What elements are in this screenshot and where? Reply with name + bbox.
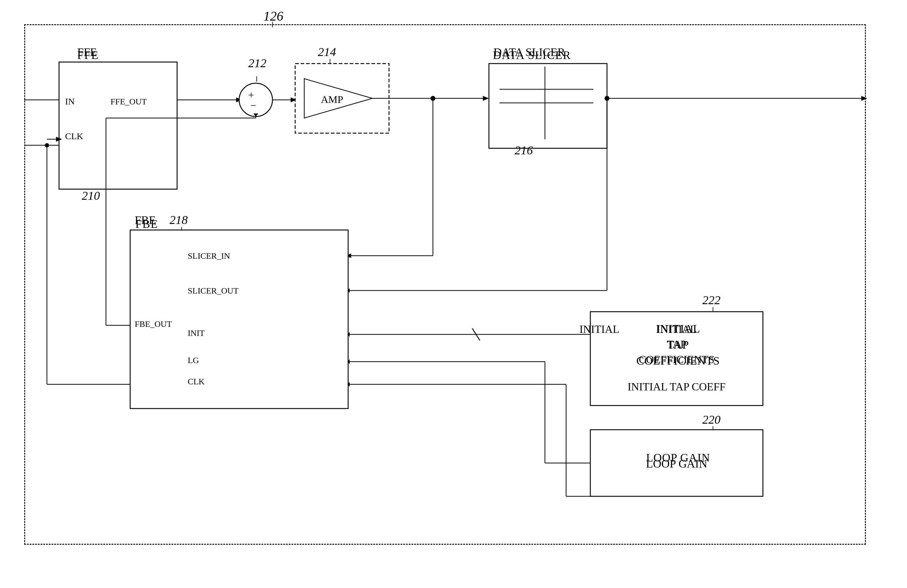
diagram-label-ffe: FFE <box>77 48 99 62</box>
diagram-label-data-slicer: DATA SLICER <box>493 48 571 62</box>
ref-126-label: 126 <box>263 8 284 24</box>
outer-border <box>24 24 866 545</box>
initial-tap-coeff-label: INITIALTAPCOEFFICIENTS <box>593 321 763 369</box>
loop-gain-label: LOOP GAIN <box>593 451 763 464</box>
diagram-label-fbe: FBE <box>135 217 158 231</box>
